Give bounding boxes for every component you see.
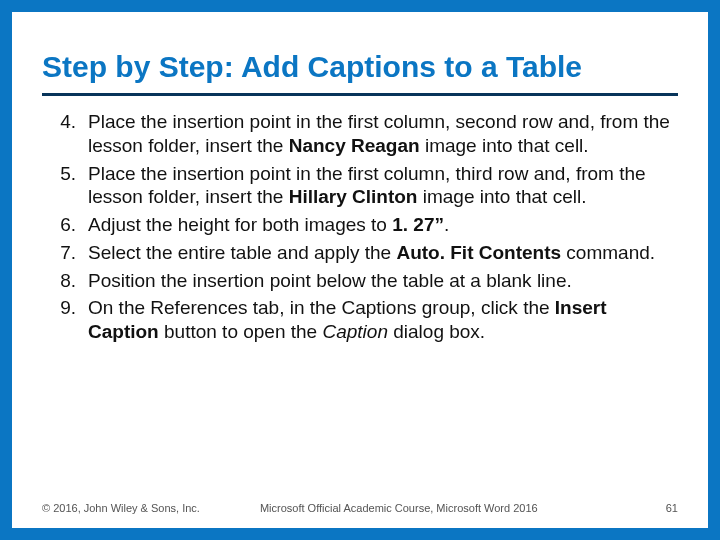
list-item: On the References tab, in the Captions g… [42,296,678,344]
step-text: image into that cell. [417,186,586,207]
step-bold: Hillary Clinton [289,186,418,207]
list-item: Place the insertion point in the first c… [42,162,678,210]
step-text: image into that cell. [420,135,589,156]
step-text: dialog box. [388,321,485,342]
step-list: Place the insertion point in the first c… [42,110,678,344]
step-text: On the References tab, in the Captions g… [88,297,555,318]
step-text: command. [561,242,655,263]
step-bold: Auto. Fit Contents [396,242,561,263]
step-bold: 1. 27” [392,214,444,235]
footer-copyright: © 2016, John Wiley & Sons, Inc. [42,502,200,514]
step-bold: Nancy Reagan [289,135,420,156]
slide-content: Step by Step: Add Captions to a Table Pl… [12,12,708,528]
slide-title: Step by Step: Add Captions to a Table [42,50,678,96]
list-item: Adjust the height for both images to 1. … [42,213,678,237]
step-text: button to open the [159,321,323,342]
list-item: Select the entire table and apply the Au… [42,241,678,265]
step-text: Position the insertion point below the t… [88,270,572,291]
slide-footer: © 2016, John Wiley & Sons, Inc. Microsof… [42,502,678,514]
list-item: Position the insertion point below the t… [42,269,678,293]
slide-frame: Step by Step: Add Captions to a Table Pl… [0,0,720,540]
step-italic: Caption [322,321,388,342]
step-text: Adjust the height for both images to [88,214,392,235]
footer-page-number: 61 [666,502,678,514]
step-text: . [444,214,449,235]
footer-course: Microsoft Official Academic Course, Micr… [200,502,666,514]
step-text: Select the entire table and apply the [88,242,396,263]
list-item: Place the insertion point in the first c… [42,110,678,158]
